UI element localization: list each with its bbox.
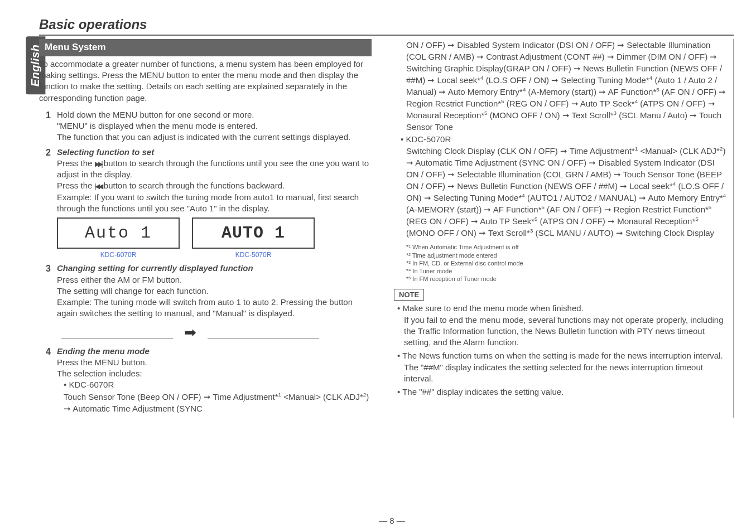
- notes-list: Make sure to end the menu mode when fini…: [394, 303, 726, 398]
- note-1: Make sure to end the menu mode when fini…: [404, 303, 726, 348]
- step-2-example: Example: If you want to switch the tunin…: [57, 192, 372, 215]
- arrow-box-left: [61, 326, 173, 338]
- left-column: Menu System To accommodate a greater num…: [39, 39, 377, 418]
- footnote-4: *⁴ In Tuner mode: [406, 267, 726, 275]
- rf2-h: (REG ON / OFF) ➞ Auto TP Seek*: [406, 216, 535, 226]
- footnote-5: *⁵ In FM reception of Tuner mode: [406, 275, 726, 283]
- rf2-g: (AF ON / OFF) ➞ Region Restrict Function…: [545, 205, 709, 214]
- arrow-row: ➡: [61, 323, 372, 342]
- footnotes: *¹ When Automatic Time Adjustment is off…: [406, 243, 726, 283]
- prev-track-icon: |◀◀: [95, 182, 102, 191]
- step-4: 4 Ending the menu mode Press the MENU bu…: [46, 346, 372, 414]
- lcd-label-2: KDC-5070R: [192, 250, 315, 259]
- right-column: ON / OFF) ➞ Disabled System Indicator (D…: [388, 39, 734, 418]
- rf2-sup-5b: 5: [709, 204, 711, 210]
- footnote-2: *² Time adjustment mode entered: [406, 252, 726, 259]
- step-2: 2 Selecting function to set Press the ▶▶…: [46, 147, 372, 215]
- model2-flow: Switching Clock Display (CLK ON / OFF) ➞…: [406, 145, 726, 239]
- flow-d: Automatic Time Adjustment (SYNC: [73, 404, 203, 413]
- footnote-3: *³ In FM, CD, or External disc control m…: [406, 259, 726, 267]
- intro-text: To accommodate a greater number of funct…: [39, 59, 372, 104]
- lcd-mockup-1: Auto 1 KDC-6070R: [57, 217, 180, 259]
- lcd-display-2: AUTO 1: [192, 217, 315, 249]
- lcd-mockups: Auto 1 KDC-6070R AUTO 1 KDC-5070R: [57, 217, 372, 259]
- step-3-title: Changing setting for currently displayed…: [57, 263, 372, 274]
- note-2: The News function turns on when the sett…: [404, 350, 726, 384]
- rf-1b: (LO.S OFF / ON) ➞ Selecting Tuning Mode*: [484, 75, 649, 85]
- lcd-display-1: Auto 1: [57, 217, 180, 249]
- step-4-line2: The selection includes:: [57, 368, 372, 379]
- step-2-text-2a: Press the: [57, 181, 95, 190]
- rf2-k: (SCL MANU / AUTO) ➞ Switching Clock Disp…: [533, 228, 714, 238]
- rf-1d: (A-Memory (start)) ➞ AF Function*: [526, 87, 656, 96]
- arrow-right-icon: ➡: [184, 323, 196, 342]
- language-tab: English: [0, 0, 28, 532]
- step-4-line1: Press the MENU button.: [57, 357, 372, 368]
- footnote-1: *¹ When Automatic Time Adjustment is off: [406, 243, 726, 251]
- arrow-box-right: [208, 326, 319, 338]
- rf2-sup-5d: 5: [695, 216, 698, 222]
- rf2-j: (MONO OFF / ON) ➞ Text Scroll*: [406, 228, 530, 238]
- step-2-number: 2: [46, 147, 57, 215]
- rf2-sup-4c: 4: [723, 192, 726, 199]
- step-1: 1 Hold down the MENU button for one seco…: [46, 109, 372, 143]
- rf2-a: Switching Clock Display (CLK ON / OFF) ➞…: [406, 146, 635, 156]
- section-header: Menu System: [39, 39, 372, 56]
- step-3-text: Press either the AM or FM button. The se…: [57, 274, 372, 320]
- step-4-model1: • KDC-6070R: [64, 379, 372, 390]
- flow-a: Touch Sensor Tone (Beep ON / OFF): [64, 392, 201, 402]
- flow-c: <Manual> (CLK ADJ*: [281, 392, 363, 402]
- rf-1h: (MONO OFF / ON) ➞ Text Scroll*: [488, 110, 614, 120]
- rf2-b: <Manual> (CLK ADJ*: [638, 146, 720, 156]
- note-3: The "##" display indicates the setting v…: [404, 386, 726, 398]
- step-2-text-2b: button to search through the functions b…: [102, 181, 285, 190]
- step-4-model1-label: KDC-6070R: [69, 380, 114, 389]
- step-2-text-1: Press the ▶▶| button to search through t…: [57, 158, 372, 181]
- note-label: NOTE: [394, 289, 424, 301]
- step-4-model1-flow: Touch Sensor Tone (Beep ON / OFF) ➞ Time…: [64, 391, 372, 414]
- page-number: — 8 —: [28, 516, 756, 525]
- rf2-e: (AUTO1 / AUTO2 / MANUAL) ➞ Auto Memory E…: [525, 193, 723, 202]
- rf-1f: (REG ON / OFF) ➞ Auto TP Seek*: [504, 99, 635, 108]
- step-2-text-2: Press the |◀◀ button to search through t…: [57, 180, 372, 191]
- step-1-text: Hold down the MENU button for one second…: [57, 109, 372, 143]
- step-2-title: Selecting function to set: [57, 147, 372, 158]
- page-title: Basic operations: [39, 17, 734, 36]
- step-2-text-1b: button to search through the functions u…: [57, 158, 369, 179]
- model2-bullet: • KDC-5070R: [401, 134, 726, 145]
- rf2-f: (A-MEMORY (start)) ➞ AF Function*: [406, 205, 542, 214]
- lcd-mockup-2: AUTO 1 KDC-5070R: [192, 217, 315, 259]
- rf2-i: (ATPS ON / OFF) ➞ Monaural Reception*: [537, 216, 695, 226]
- step-3: 3 Changing setting for currently display…: [46, 263, 372, 319]
- flow-b: Time Adjustment*: [213, 392, 278, 402]
- sup-2: 2: [363, 391, 366, 398]
- model1-continued: ON / OFF) ➞ Disabled System Indicator (D…: [406, 39, 726, 133]
- step-4-title: Ending the menu mode: [57, 346, 372, 357]
- model2-label: KDC-5070R: [406, 134, 451, 144]
- lcd-label-1: KDC-6070R: [57, 250, 180, 259]
- step-2-text-1a: Press the: [57, 158, 95, 168]
- next-track-icon: ▶▶|: [95, 159, 102, 168]
- step-4-number: 4: [46, 346, 57, 414]
- step-1-number: 1: [46, 109, 57, 143]
- step-3-number: 3: [46, 263, 57, 319]
